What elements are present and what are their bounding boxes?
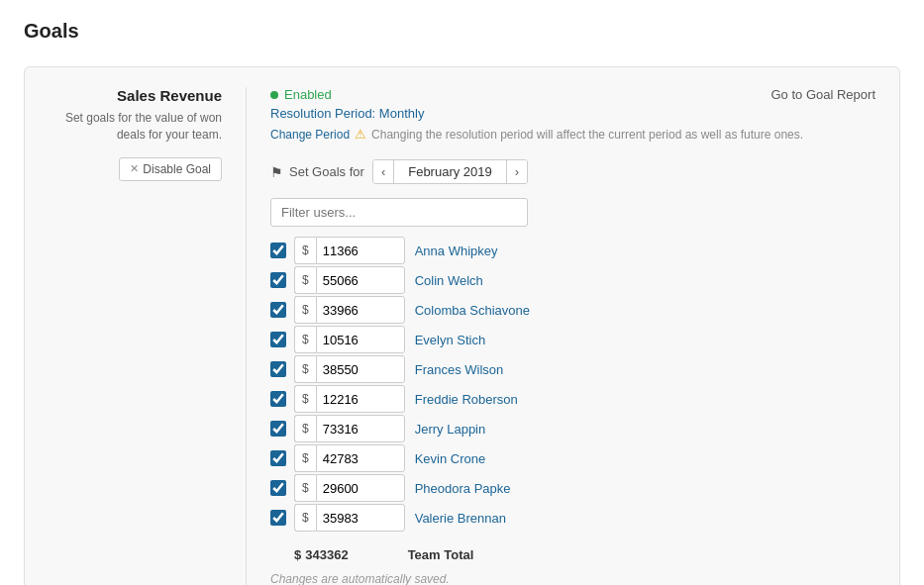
- user-name-link[interactable]: Valerie Brennan: [415, 511, 506, 526]
- dollar-sign-label: $: [294, 326, 316, 353]
- change-period-warning: Changing the resolution period will affe…: [371, 128, 803, 142]
- user-checkbox[interactable]: [270, 243, 286, 258]
- set-goals-label: ⚑ Set Goals for: [270, 164, 364, 180]
- user-row: $Jerry Lappin: [270, 415, 875, 442]
- user-name-link[interactable]: Frances Wilson: [415, 362, 504, 377]
- resolution-label: Resolution Period:: [270, 106, 375, 121]
- user-checkbox[interactable]: [270, 302, 286, 318]
- user-row: $Colomba Schiavone: [270, 296, 875, 324]
- user-checkbox[interactable]: [270, 450, 286, 466]
- user-row: $Valerie Brennan: [270, 504, 875, 532]
- user-name-link[interactable]: Freddie Roberson: [415, 392, 518, 407]
- user-name-link[interactable]: Evelyn Stich: [415, 333, 486, 347]
- amount-input-group: $: [294, 326, 405, 353]
- amount-input-group: $: [294, 444, 405, 472]
- user-row: $Anna Whipkey: [270, 237, 875, 264]
- user-checkbox[interactable]: [270, 421, 286, 437]
- user-checkbox[interactable]: [270, 361, 286, 377]
- dollar-sign-label: $: [294, 415, 316, 442]
- goal-right-panel: Enabled Go to Goal Report Resolution Per…: [247, 87, 875, 585]
- total-label: Team Total: [408, 547, 474, 562]
- month-label: February 2019: [396, 160, 504, 183]
- user-name-link[interactable]: Jerry Lappin: [415, 422, 486, 437]
- goal-left-panel: Sales Revenue Set goals for the value of…: [49, 87, 247, 585]
- resolution-value: Monthly: [379, 106, 425, 121]
- page-title: Goals: [24, 20, 900, 43]
- goal-card: Sales Revenue Set goals for the value of…: [24, 66, 900, 585]
- set-goals-row: ⚑ Set Goals for ‹ February 2019 ›: [270, 159, 875, 184]
- filter-users-input[interactable]: [270, 198, 528, 227]
- auto-save-note: Changes are automatically saved.: [270, 572, 875, 585]
- user-row: $Frances Wilson: [270, 355, 875, 383]
- dollar-sign-label: $: [294, 355, 316, 383]
- amount-input[interactable]: [316, 266, 405, 294]
- page-container: Goals Sales Revenue Set goals for the va…: [0, 0, 924, 585]
- amount-input-group: $: [294, 474, 405, 502]
- amount-input[interactable]: [316, 444, 405, 472]
- change-period-link[interactable]: Change Period: [270, 128, 350, 142]
- enabled-status: Enabled: [270, 87, 332, 102]
- user-checkbox[interactable]: [270, 332, 286, 347]
- dollar-sign-label: $: [294, 237, 316, 264]
- user-row: $Pheodora Papke: [270, 474, 875, 502]
- x-icon: ✕: [130, 162, 139, 175]
- user-name-link[interactable]: Anna Whipkey: [415, 244, 498, 258]
- user-name-link[interactable]: Colin Welch: [415, 273, 483, 288]
- amount-input-group: $: [294, 504, 405, 532]
- enabled-label: Enabled: [284, 87, 332, 102]
- dollar-sign-label: $: [294, 504, 316, 532]
- amount-input[interactable]: [316, 237, 405, 264]
- enabled-dot: [270, 91, 278, 99]
- user-checkbox[interactable]: [270, 391, 286, 407]
- amount-input-group: $: [294, 385, 405, 413]
- change-period-row: Change Period ⚠ Changing the resolution …: [270, 127, 875, 142]
- warning-icon: ⚠: [355, 127, 366, 142]
- user-row: $Freddie Roberson: [270, 385, 875, 413]
- amount-input[interactable]: [316, 474, 405, 502]
- amount-input-group: $: [294, 415, 405, 442]
- amount-input-group: $: [294, 355, 405, 383]
- go-to-report-link[interactable]: Go to Goal Report: [771, 87, 876, 102]
- disable-goal-label: Disable Goal: [143, 162, 211, 176]
- amount-input[interactable]: [316, 504, 405, 532]
- dollar-sign-label: $: [294, 296, 316, 324]
- user-row: $Colin Welch: [270, 266, 875, 294]
- user-name-link[interactable]: Kevin Crone: [415, 451, 486, 466]
- total-dollar-sign: $: [294, 547, 301, 562]
- goal-name: Sales Revenue: [49, 87, 222, 104]
- user-row: $Kevin Crone: [270, 444, 875, 472]
- amount-input-group: $: [294, 296, 405, 324]
- user-checkbox[interactable]: [270, 510, 286, 526]
- amount-input[interactable]: [316, 415, 405, 442]
- user-checkbox[interactable]: [270, 480, 286, 496]
- prev-month-button[interactable]: ‹: [373, 160, 394, 183]
- amount-input-group: $: [294, 266, 405, 294]
- dollar-sign-label: $: [294, 266, 316, 294]
- amount-input-group: $: [294, 237, 405, 264]
- user-row: $Evelyn Stich: [270, 326, 875, 353]
- dollar-sign-label: $: [294, 385, 316, 413]
- user-name-link[interactable]: Colomba Schiavone: [415, 303, 530, 318]
- resolution-period: Resolution Period: Monthly: [270, 106, 875, 121]
- dollar-sign-label: $: [294, 444, 316, 472]
- amount-input[interactable]: [316, 326, 405, 353]
- total-amount: 343362: [305, 547, 348, 562]
- dollar-sign-label: $: [294, 474, 316, 502]
- total-row: $ 343362 Team Total: [270, 539, 875, 562]
- set-goals-text: Set Goals for: [289, 164, 364, 179]
- disable-goal-button[interactable]: ✕ Disable Goal: [119, 157, 222, 181]
- next-month-button[interactable]: ›: [506, 160, 527, 183]
- user-checkbox[interactable]: [270, 272, 286, 288]
- amount-input[interactable]: [316, 296, 405, 324]
- users-list: $Anna Whipkey$Colin Welch$Colomba Schiav…: [270, 237, 875, 532]
- flag-icon: ⚑: [270, 164, 283, 180]
- amount-input[interactable]: [316, 385, 405, 413]
- goal-description: Set goals for the value of won deals for…: [49, 110, 222, 144]
- goal-header-row: Enabled Go to Goal Report: [270, 87, 875, 102]
- month-navigator: ‹ February 2019 ›: [372, 159, 528, 184]
- user-name-link[interactable]: Pheodora Papke: [415, 481, 511, 496]
- amount-input[interactable]: [316, 355, 405, 383]
